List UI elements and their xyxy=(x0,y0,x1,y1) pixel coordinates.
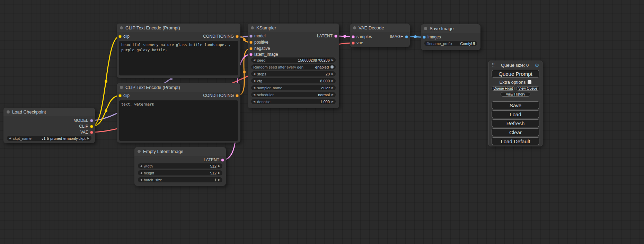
scheduler-widget[interactable]: ◀ scheduler normal ▶ xyxy=(251,92,336,97)
conditioning-output-port[interactable] xyxy=(236,35,239,38)
node-status-dot[interactable] xyxy=(251,26,254,29)
denoise-widget[interactable]: ◀ denoise 1.000 ▶ xyxy=(251,99,336,104)
node-status-dot[interactable] xyxy=(120,26,123,29)
node-clip-text-encode-positive-titlebar[interactable]: CLIP Text Encode (Prompt) xyxy=(117,24,240,32)
save-image-input-images[interactable]: images xyxy=(423,35,441,39)
empty-latent-output-latent[interactable]: LATENT xyxy=(204,157,224,162)
node-vae-decode-titlebar[interactable]: VAE Decode xyxy=(350,24,410,32)
node-save-image[interactable]: Save Image images filename_prefix ComfyU… xyxy=(421,24,480,50)
increment-arrow-icon[interactable]: ▶ xyxy=(332,59,334,62)
clip-output-port[interactable] xyxy=(90,125,93,128)
increment-arrow-icon[interactable]: ▶ xyxy=(218,172,220,174)
node-ksampler[interactable]: KSampler model positive negative latent_… xyxy=(248,24,339,108)
extra-options-checkbox[interactable] xyxy=(528,80,531,84)
decrement-arrow-icon[interactable]: ◀ xyxy=(253,59,255,62)
increment-arrow-icon[interactable]: ▶ xyxy=(218,179,220,181)
ksampler-input-positive[interactable]: positive xyxy=(249,40,268,45)
clip-negative-output-conditioning[interactable]: CONDITIONING xyxy=(203,93,239,98)
vae-decode-input-vae[interactable]: vae xyxy=(352,40,363,45)
node-status-dot[interactable] xyxy=(353,26,356,29)
latent-input-port[interactable] xyxy=(352,35,355,38)
ksampler-input-latent-image[interactable]: latent_image xyxy=(249,52,278,57)
combo-left-arrow-icon[interactable]: ◀ xyxy=(253,87,255,89)
node-empty-latent-image-titlebar[interactable]: Empty Latent Image xyxy=(134,147,226,156)
clip-positive-output-conditioning[interactable]: CONDITIONING xyxy=(203,34,239,39)
save-button[interactable]: Save xyxy=(492,101,539,109)
positive-prompt-textarea[interactable]: beautiful scenery nature glass bottle la… xyxy=(119,41,238,75)
combo-right-arrow-icon[interactable]: ▶ xyxy=(87,137,89,140)
vae-decode-input-samples[interactable]: samples xyxy=(352,34,372,39)
conditioning-input-port[interactable] xyxy=(249,41,253,44)
node-vae-decode[interactable]: VAE Decode samples vae IMAGE xyxy=(350,24,410,47)
node-load-checkpoint[interactable]: Load Checkpoint MODEL CLIP VAE ◀ ckpt_na… xyxy=(3,108,95,143)
node-status-dot[interactable] xyxy=(7,110,10,114)
latent-input-port[interactable] xyxy=(249,53,253,56)
ksampler-output-latent[interactable]: LATENT xyxy=(317,34,337,38)
node-graph-canvas[interactable]: Load Checkpoint MODEL CLIP VAE ◀ ckpt_na… xyxy=(0,0,644,244)
decrement-arrow-icon[interactable]: ◀ xyxy=(253,80,255,82)
model-output-port[interactable] xyxy=(90,119,93,122)
settings-gear-icon[interactable]: ⚙ xyxy=(535,63,539,68)
decrement-arrow-icon[interactable]: ◀ xyxy=(140,179,142,181)
negative-prompt-textarea[interactable]: text, watermark xyxy=(119,100,238,141)
steps-widget[interactable]: ◀ steps 20 ▶ xyxy=(251,71,336,76)
node-status-dot[interactable] xyxy=(424,27,427,30)
cfg-widget[interactable]: ◀ cfg 8.000 ▶ xyxy=(251,78,336,83)
clip-input-port[interactable] xyxy=(118,94,122,97)
combo-left-arrow-icon[interactable]: ◀ xyxy=(253,93,255,96)
seed-widget[interactable]: ◀ seed 156680208700286 ▶ xyxy=(251,57,336,63)
toggle-knob-icon[interactable] xyxy=(330,65,334,69)
increment-arrow-icon[interactable]: ▶ xyxy=(332,80,334,82)
vae-output-port[interactable] xyxy=(90,131,93,134)
decrement-arrow-icon[interactable]: ◀ xyxy=(253,73,255,75)
queue-front-button[interactable]: Queue Front xyxy=(492,86,515,91)
node-clip-text-encode-positive[interactable]: CLIP Text Encode (Prompt) clip CONDITION… xyxy=(117,24,240,78)
vae-input-port[interactable] xyxy=(352,42,355,45)
load-checkpoint-output-clip[interactable]: CLIP xyxy=(79,124,93,129)
clip-input-port[interactable] xyxy=(118,35,122,38)
image-input-port[interactable] xyxy=(423,36,426,39)
model-input-port[interactable] xyxy=(249,35,253,38)
node-clip-text-encode-negative-titlebar[interactable]: CLIP Text Encode (Prompt) xyxy=(117,83,240,92)
batch-size-widget[interactable]: ◀ batch_size 1 ▶ xyxy=(138,177,222,182)
combo-left-arrow-icon[interactable]: ◀ xyxy=(9,137,11,140)
random-seed-toggle-widget[interactable]: Random seed after every gen enabled xyxy=(251,64,336,70)
queue-prompt-button[interactable]: Queue Prompt xyxy=(492,70,539,78)
increment-arrow-icon[interactable]: ▶ xyxy=(332,100,334,103)
conditioning-input-port[interactable] xyxy=(249,47,253,50)
decrement-arrow-icon[interactable]: ◀ xyxy=(253,100,255,103)
combo-right-arrow-icon[interactable]: ▶ xyxy=(332,93,334,96)
clip-positive-input-clip[interactable]: clip xyxy=(118,34,130,39)
node-status-dot[interactable] xyxy=(138,150,141,153)
drag-handle-icon[interactable]: ⠿ xyxy=(492,63,495,68)
latent-output-port[interactable] xyxy=(221,159,224,162)
sampler-name-widget[interactable]: ◀ sampler_name euler ▶ xyxy=(251,85,336,90)
view-history-button[interactable]: View History xyxy=(501,92,530,97)
node-ksampler-titlebar[interactable]: KSampler xyxy=(248,24,339,32)
latent-output-port[interactable] xyxy=(334,35,337,38)
clear-button[interactable]: Clear xyxy=(492,128,539,136)
combo-right-arrow-icon[interactable]: ▶ xyxy=(332,87,334,89)
decrement-arrow-icon[interactable]: ◀ xyxy=(140,165,142,168)
node-empty-latent-image[interactable]: Empty Latent Image LATENT ◀ width 512 ▶ … xyxy=(134,147,226,186)
width-widget[interactable]: ◀ width 512 ▶ xyxy=(138,163,222,169)
refresh-button[interactable]: Refresh xyxy=(492,119,539,127)
image-output-port[interactable] xyxy=(405,35,408,38)
height-widget[interactable]: ◀ height 512 ▶ xyxy=(138,170,222,175)
conditioning-output-port[interactable] xyxy=(236,94,239,97)
load-button[interactable]: Load xyxy=(492,110,539,118)
load-default-button[interactable]: Load Default xyxy=(492,137,539,145)
increment-arrow-icon[interactable]: ▶ xyxy=(332,73,334,75)
decrement-arrow-icon[interactable]: ◀ xyxy=(140,172,142,174)
node-status-dot[interactable] xyxy=(120,86,123,89)
ksampler-input-model[interactable]: model xyxy=(249,34,266,38)
ckpt-name-widget[interactable]: ◀ ckpt_name v1-5-pruned-emaonly.ckpt ▶ xyxy=(7,136,91,141)
increment-arrow-icon[interactable]: ▶ xyxy=(218,165,220,168)
clip-negative-input-clip[interactable]: clip xyxy=(118,93,130,98)
view-queue-button[interactable]: View Queue xyxy=(516,86,539,91)
node-save-image-titlebar[interactable]: Save Image xyxy=(421,24,480,33)
node-clip-text-encode-negative[interactable]: CLIP Text Encode (Prompt) clip CONDITION… xyxy=(117,83,240,143)
filename-prefix-widget[interactable]: filename_prefix ComfyUI xyxy=(424,41,477,46)
load-checkpoint-output-model[interactable]: MODEL xyxy=(73,118,93,123)
main-menu-panel[interactable]: ⠿ Queue size: 0 ⚙ Queue Prompt Extra opt… xyxy=(488,61,542,146)
